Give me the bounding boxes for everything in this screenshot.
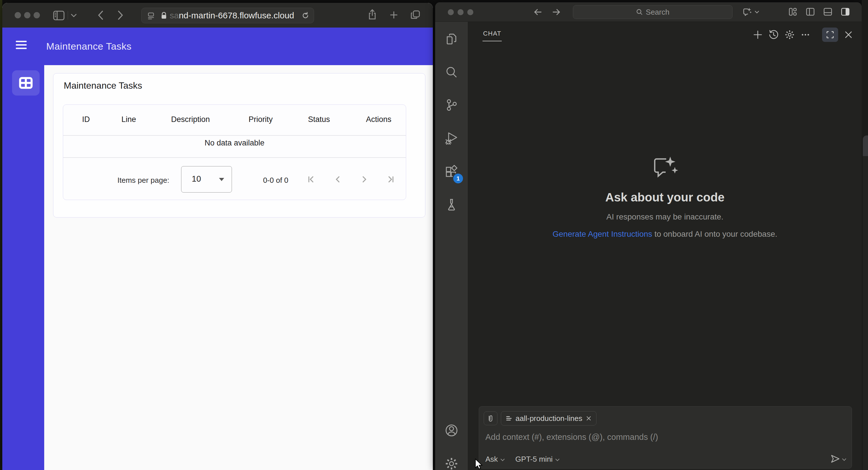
- tasks-card: Maintenance Tasks ID Line Description Pr…: [53, 73, 425, 218]
- back-icon[interactable]: [97, 10, 104, 20]
- source-control-icon[interactable]: [445, 98, 458, 112]
- column-header-line: Line: [121, 115, 136, 124]
- chat-settings-gear-icon[interactable]: [784, 30, 795, 40]
- customize-layout-icon[interactable]: [788, 7, 797, 17]
- column-header-priority: Priority: [249, 115, 273, 124]
- remove-context-icon[interactable]: [586, 415, 592, 421]
- toolbar-divider: [68, 11, 68, 20]
- card-title: Maintenance Tasks: [64, 80, 142, 91]
- table-divider: [63, 157, 406, 158]
- run-debug-icon[interactable]: [445, 131, 458, 145]
- generate-agent-instructions-link[interactable]: Generate Agent Instructions: [553, 229, 652, 239]
- back-icon[interactable]: [533, 7, 542, 17]
- address-bar[interactable]: sand-martin-6678.flowfuse.cloud: [141, 8, 314, 23]
- copilot-icon[interactable]: [742, 7, 752, 17]
- send-icon[interactable]: [831, 455, 840, 463]
- tab-overview-icon[interactable]: [410, 10, 420, 20]
- close-panel-icon[interactable]: [844, 30, 853, 39]
- vscode-window: Search: [435, 2, 862, 470]
- range-text: 0-0 of 0: [249, 176, 302, 185]
- app-header: Maintenance Tasks: [2, 28, 433, 65]
- maximize-icon: [826, 30, 834, 39]
- sidebar-toggle-icon[interactable]: [53, 11, 65, 20]
- header-divider: [816, 30, 816, 40]
- lock-icon: [161, 12, 167, 19]
- empty-state-link-line: Generate Agent Instructions to onboard A…: [468, 229, 862, 239]
- table-divider: [63, 135, 406, 136]
- context-chip-label: aall-production-lines: [516, 414, 582, 423]
- sidebar-item-tasks[interactable]: [12, 70, 40, 96]
- chat-panel: CHAT: [468, 22, 862, 470]
- toggle-primary-sidebar-icon[interactable]: [806, 7, 815, 17]
- reload-icon[interactable]: [302, 12, 309, 19]
- account-icon[interactable]: [445, 424, 458, 437]
- tasks-table: ID Line Description Priority Status Acti…: [63, 104, 406, 200]
- column-header-actions: Actions: [366, 115, 392, 124]
- column-header-id: ID: [82, 115, 90, 124]
- zoom-window-button[interactable]: [467, 9, 473, 15]
- tab-chat[interactable]: CHAT: [483, 30, 502, 41]
- chevron-down-icon: [555, 458, 559, 461]
- mode-picker[interactable]: Ask: [485, 455, 504, 464]
- chat-input-placeholder: Add context (#), extensions (@), command…: [485, 432, 658, 442]
- context-chip[interactable]: aall-production-lines: [501, 411, 596, 426]
- grid-icon: [19, 76, 33, 89]
- empty-state-text: No data available: [63, 138, 406, 148]
- column-header-description: Description: [171, 115, 210, 124]
- close-window-button[interactable]: [448, 9, 454, 15]
- safari-window: sand-martin-6678.flowfuse.cloud Maintena…: [2, 3, 433, 470]
- explorer-icon[interactable]: [445, 33, 458, 46]
- send-options-chevron-icon[interactable]: [842, 457, 846, 461]
- chevron-down-icon: [501, 458, 504, 461]
- model-picker[interactable]: GPT-5 mini: [515, 455, 559, 464]
- maximize-panel-button[interactable]: [822, 28, 838, 42]
- background-window-edge: [862, 0, 868, 470]
- select-caret-icon: [219, 178, 224, 181]
- first-page-button[interactable]: [306, 174, 316, 185]
- items-per-page-label: Items per page:: [117, 176, 169, 185]
- app-sidebar: [2, 65, 44, 470]
- url-text: sand-martin-6678.flowfuse.cloud: [142, 11, 314, 20]
- zoom-window-button[interactable]: [34, 12, 40, 19]
- page-size-select[interactable]: 10: [181, 166, 232, 192]
- chat-empty-state: Ask about your code AI responses may be …: [468, 156, 862, 239]
- next-page-button[interactable]: [359, 174, 369, 185]
- last-page-button[interactable]: [385, 174, 396, 185]
- column-header-status: Status: [308, 115, 330, 124]
- forward-icon[interactable]: [117, 10, 124, 20]
- attach-context-button[interactable]: [484, 411, 497, 425]
- toggle-panel-icon[interactable]: [823, 7, 832, 17]
- new-tab-icon[interactable]: [390, 11, 398, 19]
- reader-icon[interactable]: [147, 12, 155, 20]
- forward-icon[interactable]: [552, 7, 561, 17]
- search-icon: [636, 9, 643, 15]
- flow-file-icon: [506, 415, 512, 421]
- chat-sparkle-icon: [651, 156, 679, 181]
- new-chat-icon[interactable]: [753, 30, 763, 40]
- empty-state-note: AI responses may be inaccurate.: [468, 212, 862, 221]
- minimize-window-button[interactable]: [458, 9, 464, 15]
- paperclip-icon: [487, 414, 494, 422]
- search-icon[interactable]: [445, 65, 458, 79]
- menu-icon[interactable]: [16, 41, 27, 51]
- close-window-button[interactable]: [14, 12, 21, 19]
- minimize-window-button[interactable]: [24, 12, 30, 19]
- command-search-bar[interactable]: Search: [573, 5, 733, 19]
- previous-page-button[interactable]: [333, 174, 343, 185]
- extensions-badge: 1: [453, 173, 464, 184]
- safari-toolbar: sand-martin-6678.flowfuse.cloud: [2, 3, 433, 28]
- toggle-secondary-sidebar-icon[interactable]: [841, 7, 850, 17]
- chevron-down-icon[interactable]: [754, 10, 760, 14]
- more-actions-icon[interactable]: [801, 30, 810, 40]
- desktop-edge: [0, 0, 2, 470]
- empty-state-title: Ask about your code: [468, 190, 862, 204]
- chat-input-box[interactable]: aall-production-lines Add context (#), e…: [479, 406, 852, 469]
- app-main: Maintenance Tasks ID Line Description Pr…: [44, 65, 433, 470]
- history-icon[interactable]: [768, 30, 779, 40]
- chevron-down-icon[interactable]: [71, 13, 77, 18]
- testing-icon[interactable]: [445, 198, 458, 212]
- settings-gear-icon[interactable]: [445, 457, 458, 470]
- share-icon[interactable]: [368, 9, 377, 20]
- mouse-cursor: [474, 459, 484, 470]
- activity-bar: 1: [435, 22, 468, 470]
